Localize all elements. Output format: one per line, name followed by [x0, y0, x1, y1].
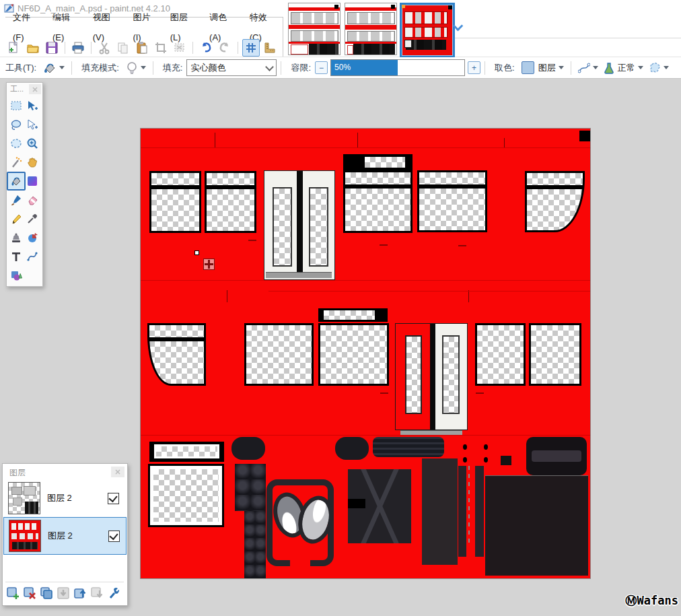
flask-icon [604, 62, 614, 74]
layers-palette-title: 图层 [9, 467, 26, 479]
close-icon[interactable] [111, 467, 124, 477]
sampling-source-button[interactable]: 图层 [519, 59, 567, 76]
texture-line [141, 280, 590, 281]
tolerance-slider[interactable]: 50% [330, 59, 465, 76]
image-thumbnail-1[interactable] [288, 3, 340, 55]
texture-line [357, 133, 358, 147]
layer-properties-button[interactable] [106, 586, 121, 601]
pan-icon[interactable] [23, 153, 42, 172]
texture-wheel-arch [231, 437, 265, 460]
grid-icon[interactable] [242, 39, 260, 57]
tool-label: 工具(T): [5, 62, 36, 74]
texture-door [264, 170, 335, 280]
curve-sampling-icon [578, 63, 590, 73]
texture-window [475, 323, 526, 386]
add-layer-button[interactable] [5, 586, 20, 601]
texture-window [148, 464, 224, 527]
texture-line [227, 290, 227, 302]
thumb-art [291, 30, 338, 42]
eraser-icon[interactable] [23, 191, 42, 209]
texture-bolt [484, 457, 488, 463]
texture-dest-sign [343, 154, 413, 170]
layer-buttons [5, 582, 124, 601]
copy-icon[interactable] [114, 39, 132, 57]
deselect-icon[interactable] [171, 39, 188, 57]
texture-line [268, 291, 590, 292]
close-icon[interactable] [29, 84, 41, 94]
fill-style-value: 实心颜色 [190, 62, 225, 74]
current-tool-button[interactable] [40, 59, 67, 77]
image-thumbnail-3-selected[interactable] [400, 3, 455, 58]
layer-row-top[interactable]: 图层 2 [3, 480, 125, 516]
ruler-icon[interactable] [261, 39, 279, 57]
divider [91, 42, 92, 54]
layer-visible-checkbox[interactable] [108, 493, 119, 504]
texture-bolt [484, 444, 488, 450]
texture-engine-panel [348, 469, 411, 543]
fill-style-select[interactable]: 实心颜色 [186, 59, 277, 76]
cut-icon[interactable] [96, 39, 113, 57]
layer-chip-icon [522, 61, 534, 74]
new-file-icon[interactable] [5, 39, 23, 57]
blend-mode-button[interactable]: 正常 [601, 60, 646, 76]
texture-strip [458, 466, 466, 557]
move-cursor-icon [203, 259, 215, 270]
tool-options-bar: 工具(T): 填充模式: 填充: 实心颜色 容限: − 50% + 取色: 图层… [0, 57, 681, 79]
move-selected-pixels-icon[interactable] [23, 96, 42, 115]
shapes-icon[interactable] [7, 266, 26, 285]
thumb-art [448, 5, 452, 9]
thumb-art [334, 5, 338, 9]
thumb-art [347, 31, 395, 42]
undo-icon[interactable] [197, 39, 215, 57]
sampling-label: 取色: [495, 62, 515, 74]
delete-layer-button[interactable] [22, 586, 37, 601]
thumb-art [347, 45, 353, 55]
open-folder-icon[interactable] [24, 39, 42, 57]
move-layer-down-button[interactable] [89, 586, 104, 601]
save-icon[interactable] [43, 39, 61, 57]
selection-clipping-button[interactable] [646, 60, 672, 76]
paste-icon[interactable] [133, 39, 151, 57]
fill-mode-button[interactable] [123, 59, 149, 77]
color-picker-icon[interactable] [23, 209, 42, 228]
texture-line [141, 147, 590, 148]
tolerance-decrease-button[interactable]: − [315, 61, 328, 74]
texture-window [149, 171, 201, 233]
thumb-art [391, 5, 395, 9]
move-selection-icon[interactable] [23, 115, 42, 134]
texture-window [205, 171, 256, 233]
canvas[interactable] [140, 128, 591, 579]
texture-door [395, 323, 468, 430]
divider [283, 17, 283, 57]
duplicate-layer-button[interactable] [39, 586, 54, 601]
divider [571, 61, 571, 75]
line-curve-icon[interactable] [23, 247, 42, 266]
texture-square [501, 456, 511, 465]
layer-row-selected[interactable]: 图层 2 [3, 517, 127, 555]
print-icon[interactable] [69, 39, 87, 57]
tolerance-increase-button[interactable]: + [468, 61, 480, 74]
unsaved-indicator-icon [400, 3, 406, 9]
chevron-down-icon[interactable] [454, 22, 462, 30]
tool-grid [8, 96, 41, 285]
zoom-icon[interactable] [23, 134, 42, 153]
image-thumbnail-2[interactable] [345, 3, 397, 55]
sampling-value: 图层 [538, 62, 556, 74]
antialias-button[interactable] [575, 61, 601, 75]
texture-window-curved [525, 171, 585, 232]
texture-mark [476, 392, 484, 394]
crop-icon[interactable] [152, 39, 170, 57]
layer-name: 图层 2 [47, 492, 108, 504]
move-layer-up-button[interactable] [73, 586, 87, 601]
texture-mark [248, 240, 256, 241]
layer-visible-checkbox[interactable] [108, 531, 120, 542]
recolor-icon[interactable] [23, 228, 42, 247]
gradient-icon[interactable] [23, 172, 42, 191]
texture-bellows [235, 464, 266, 511]
merge-layer-down-button[interactable] [56, 586, 71, 601]
texture-window-curved [147, 323, 206, 386]
redo-icon[interactable] [216, 39, 234, 57]
texture-black-square [579, 131, 590, 141]
caret-icon [638, 66, 643, 69]
texture-window [318, 323, 389, 386]
